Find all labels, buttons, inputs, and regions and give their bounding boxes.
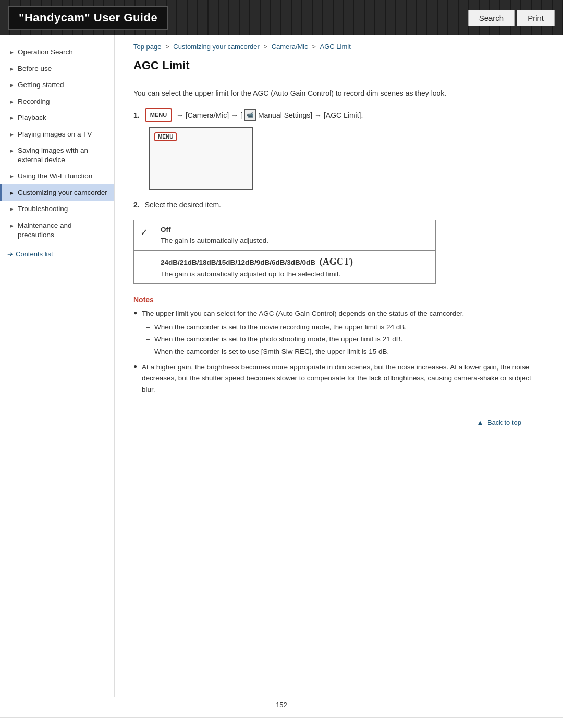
notes-title: Notes	[133, 295, 542, 304]
note-1-text: The upper limit you can select for the A…	[142, 310, 464, 317]
option-off-cell: Off The gain is automatically adjusted.	[154, 220, 436, 251]
page-title: AGC Limit	[133, 59, 542, 78]
search-button[interactable]: Search	[468, 10, 515, 26]
step-1-number: 1.	[133, 109, 140, 121]
chevron-right-icon: ►	[9, 98, 15, 105]
mock-screen: MENU	[149, 127, 253, 190]
agct-icon: (AGCT)	[320, 256, 353, 267]
chevron-right-icon: ►	[9, 114, 15, 121]
sidebar-item-recording[interactable]: ► Recording	[0, 93, 114, 110]
content-area: Top page > Customizing your camcorder > …	[115, 35, 563, 697]
back-to-top-link[interactable]: ▲ Back to top	[476, 418, 521, 426]
intro-text: You can select the upper limit for the A…	[133, 88, 542, 99]
back-to-top-bar: ▲ Back to top	[133, 411, 542, 434]
site-title: "Handycam" User Guide	[8, 6, 168, 30]
triangle-up-icon: ▲	[476, 418, 483, 426]
step-2-text: Select the desired item.	[145, 199, 221, 211]
sidebar-item-operation-search[interactable]: ► Operation Search	[0, 44, 114, 60]
sidebar: ► Operation Search ► Before use ► Gettin…	[0, 35, 115, 697]
notes-section: Notes The upper limit you can select for…	[133, 295, 542, 395]
option-off-description: The gain is automatically adjusted.	[161, 236, 429, 246]
sidebar-item-playing-images[interactable]: ► Playing images on a TV	[0, 126, 114, 143]
arrow-right-icon: ➔	[7, 250, 13, 258]
step-2-number: 2.	[133, 199, 140, 211]
breadcrumb: Top page > Customizing your camcorder > …	[133, 35, 542, 56]
breadcrumb-sep-1: >	[165, 43, 171, 51]
table-row: ✓ Off The gain is automatically adjusted…	[134, 220, 436, 251]
list-item: When the camcorder is set to the movie r…	[146, 322, 542, 333]
sidebar-item-maintenance[interactable]: ► Maintenance and precautions	[0, 217, 114, 243]
checkmark-cell: ✓	[134, 220, 155, 251]
list-item: When the camcorder is set to use [Smth S…	[146, 346, 542, 357]
manual-settings-icon: 📹	[244, 109, 256, 121]
breadcrumb-agc-limit: AGC Limit	[320, 43, 351, 51]
menu-button: MENU	[145, 108, 172, 122]
sidebar-item-troubleshooting[interactable]: ► Troubleshooting	[0, 201, 114, 217]
mock-menu-button: MENU	[154, 132, 177, 141]
chevron-right-icon: ►	[9, 189, 15, 196]
page-number: 152	[0, 697, 563, 717]
sidebar-item-saving-images[interactable]: ► Saving images with an external device	[0, 142, 114, 168]
breadcrumb-sep-2: >	[263, 43, 269, 51]
breadcrumb-customizing[interactable]: Customizing your camcorder	[173, 43, 259, 51]
list-item: At a higher gain, the brightness becomes…	[133, 362, 542, 396]
option-db-description: The gain is automatically adjusted up to…	[161, 269, 429, 279]
empty-check-cell	[134, 250, 155, 283]
step-1-text-cont: Manual Settings] → [AGC Limit].	[258, 109, 363, 121]
notes-list: The upper limit you can select for the A…	[133, 308, 542, 395]
step-2: 2. Select the desired item.	[133, 199, 542, 211]
option-off-label: Off	[161, 225, 429, 235]
footer: Copyright 2013 Sony Corporation	[0, 717, 563, 728]
note-2-text: At a higher gain, the brightness becomes…	[142, 363, 531, 393]
sub-list: When the camcorder is set to the movie r…	[146, 322, 542, 357]
chevron-right-icon: ►	[9, 81, 15, 89]
list-item: When the camcorder is set to the photo s…	[146, 334, 542, 345]
step-1-text: → [Camera/Mic] → [	[176, 109, 242, 121]
chevron-right-icon: ►	[9, 65, 15, 72]
chevron-right-icon: ►	[9, 172, 15, 180]
sidebar-item-before-use[interactable]: ► Before use	[0, 60, 114, 77]
sidebar-item-customizing[interactable]: ► Customizing your camcorder	[0, 184, 114, 201]
options-table: ✓ Off The gain is automatically adjusted…	[133, 220, 436, 284]
option-db-cell: 24dB/21dB/18dB/15dB/12dB/9dB/6dB/3dB/0dB…	[154, 250, 436, 283]
breadcrumb-camera-mic[interactable]: Camera/Mic	[272, 43, 308, 51]
main-layout: ► Operation Search ► Before use ► Gettin…	[0, 35, 563, 697]
list-item: The upper limit you can select for the A…	[133, 308, 542, 357]
sidebar-item-playback[interactable]: ► Playback	[0, 109, 114, 126]
breadcrumb-sep-3: >	[312, 43, 317, 51]
step-1: 1. MENU → [Camera/Mic] → [ 📹 Manual Sett…	[133, 108, 542, 190]
chevron-right-icon: ►	[9, 205, 15, 213]
contents-list-link[interactable]: ➔ Contents list	[0, 245, 114, 263]
chevron-right-icon: ►	[9, 48, 15, 56]
option-db-label: 24dB/21dB/18dB/15dB/12dB/9dB/6dB/3dB/0dB…	[161, 255, 429, 269]
print-button[interactable]: Print	[517, 10, 555, 26]
header-buttons: Search Print	[468, 10, 555, 26]
sidebar-item-getting-started[interactable]: ► Getting started	[0, 77, 114, 93]
sidebar-item-wifi[interactable]: ► Using the Wi-Fi function	[0, 168, 114, 184]
chevron-right-icon: ►	[9, 222, 15, 229]
chevron-right-icon: ►	[9, 147, 15, 154]
chevron-right-icon: ►	[9, 131, 15, 138]
header: "Handycam" User Guide Search Print	[0, 0, 563, 35]
table-row: 24dB/21dB/18dB/15dB/12dB/9dB/6dB/3dB/0dB…	[134, 250, 436, 283]
mock-screen-container: MENU	[149, 127, 542, 190]
breadcrumb-top[interactable]: Top page	[133, 43, 162, 51]
option-db-values: 24dB/21dB/18dB/15dB/12dB/9dB/6dB/3dB/0dB	[161, 258, 315, 266]
